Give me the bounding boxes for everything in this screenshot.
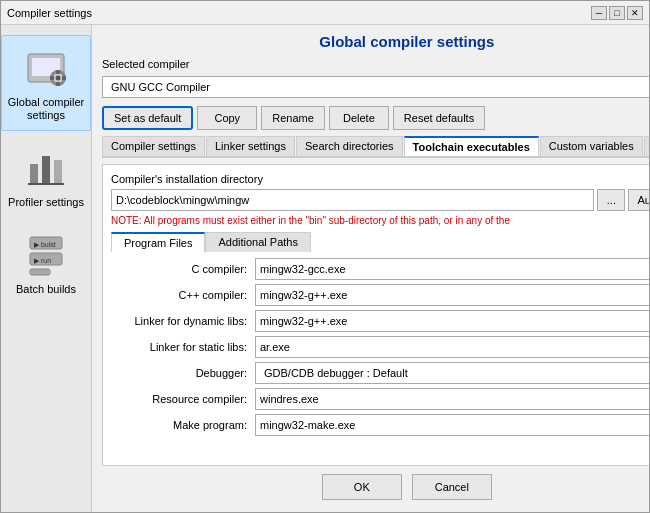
main-panel: Global compiler settings Selected compil… [92, 25, 649, 512]
debugger-label: Debugger: [111, 367, 251, 379]
global-compiler-icon [22, 44, 70, 92]
program-files-grid: C compiler: ... C++ compiler: ... Linker… [111, 258, 649, 436]
svg-rect-11 [54, 160, 62, 184]
sub-tab-additional-paths[interactable]: Additional Paths [205, 232, 311, 252]
cpp-compiler-input[interactable] [255, 284, 649, 306]
svg-rect-5 [56, 82, 60, 86]
sub-tab-program-files[interactable]: Program Files [111, 232, 205, 252]
selected-compiler-label: Selected compiler [102, 58, 649, 70]
linker-dynamic-input[interactable] [255, 310, 649, 332]
make-program-input[interactable] [255, 414, 649, 436]
window-title: Compiler settings [7, 7, 92, 19]
linker-dynamic-label: Linker for dynamic libs: [111, 315, 251, 327]
browse-button[interactable]: ... [597, 189, 625, 211]
sidebar-item-global-compiler[interactable]: Global compiler settings [1, 35, 91, 131]
svg-rect-6 [50, 76, 54, 80]
install-section: Compiler's installation directory ... Au… [102, 164, 649, 466]
tab-search-directories[interactable]: Search directories [296, 136, 403, 156]
c-compiler-label: C compiler: [111, 263, 251, 275]
compiler-select[interactable]: GNU GCC Compiler [102, 76, 649, 98]
profiler-icon [22, 144, 70, 192]
c-compiler-input[interactable] [255, 258, 649, 280]
svg-rect-4 [56, 70, 60, 74]
tab-build[interactable]: Bui [644, 136, 649, 156]
svg-rect-15 [30, 269, 50, 275]
action-buttons-row: Set as default Copy Rename Delete Reset … [102, 106, 649, 130]
tab-linker-settings[interactable]: Linker settings [206, 136, 295, 156]
delete-button[interactable]: Delete [329, 106, 389, 130]
make-program-label: Make program: [111, 419, 251, 431]
cancel-button[interactable]: Cancel [412, 474, 492, 500]
batch-icon: ▶ build ▶ run [22, 231, 70, 279]
sidebar-item-batch[interactable]: ▶ build ▶ run Batch builds [1, 223, 91, 304]
linker-static-label: Linker for static libs: [111, 341, 251, 353]
note-text: NOTE: All programs must exist either in … [111, 215, 649, 226]
title-bar: Compiler settings ─ □ ✕ [1, 1, 649, 25]
install-dir-label: Compiler's installation directory [111, 173, 649, 185]
sidebar-label-global-compiler: Global compiler settings [6, 96, 86, 122]
main-window: Compiler settings ─ □ ✕ [0, 0, 650, 513]
resource-compiler-label: Resource compiler: [111, 393, 251, 405]
sub-tabs-row: Program Files Additional Paths [111, 232, 649, 252]
ok-button[interactable]: OK [322, 474, 402, 500]
svg-text:▶ build: ▶ build [34, 241, 56, 248]
sidebar-label-profiler: Profiler settings [8, 196, 84, 209]
svg-point-8 [56, 76, 61, 81]
content-area: Global compiler settings Profiler settin… [1, 25, 649, 512]
tab-toolchain-executables[interactable]: Toolchain executables [404, 136, 539, 156]
sidebar: Global compiler settings Profiler settin… [1, 25, 92, 512]
page-title: Global compiler settings [102, 33, 649, 50]
svg-rect-9 [30, 164, 38, 184]
install-dir-input[interactable] [111, 189, 594, 211]
auto-detect-button[interactable]: Auto-detect [628, 189, 649, 211]
compiler-section: Selected compiler GNU GCC Compiler Set a… [102, 58, 649, 136]
copy-button[interactable]: Copy [197, 106, 257, 130]
cpp-compiler-label: C++ compiler: [111, 289, 251, 301]
tab-compiler-settings[interactable]: Compiler settings [102, 136, 205, 156]
svg-rect-7 [62, 76, 66, 80]
maximize-button[interactable]: □ [609, 6, 625, 20]
rename-button[interactable]: Rename [261, 106, 325, 130]
tabs-row: Compiler settings Linker settings Search… [102, 136, 649, 158]
tab-custom-variables[interactable]: Custom variables [540, 136, 643, 156]
window-controls: ─ □ ✕ [591, 6, 643, 20]
compiler-row: GNU GCC Compiler [102, 76, 649, 98]
install-dir-row: ... Auto-detect [111, 189, 649, 211]
sidebar-item-profiler[interactable]: Profiler settings [1, 136, 91, 217]
set-default-button[interactable]: Set as default [102, 106, 193, 130]
minimize-button[interactable]: ─ [591, 6, 607, 20]
bottom-buttons: OK Cancel [102, 466, 649, 504]
svg-rect-10 [42, 156, 50, 184]
svg-text:▶ run: ▶ run [34, 257, 51, 264]
resource-compiler-input[interactable] [255, 388, 649, 410]
sidebar-label-batch: Batch builds [16, 283, 76, 296]
debugger-select[interactable]: GDB/CDB debugger : Default [255, 362, 649, 384]
linker-static-input[interactable] [255, 336, 649, 358]
close-button[interactable]: ✕ [627, 6, 643, 20]
reset-defaults-button[interactable]: Reset defaults [393, 106, 485, 130]
